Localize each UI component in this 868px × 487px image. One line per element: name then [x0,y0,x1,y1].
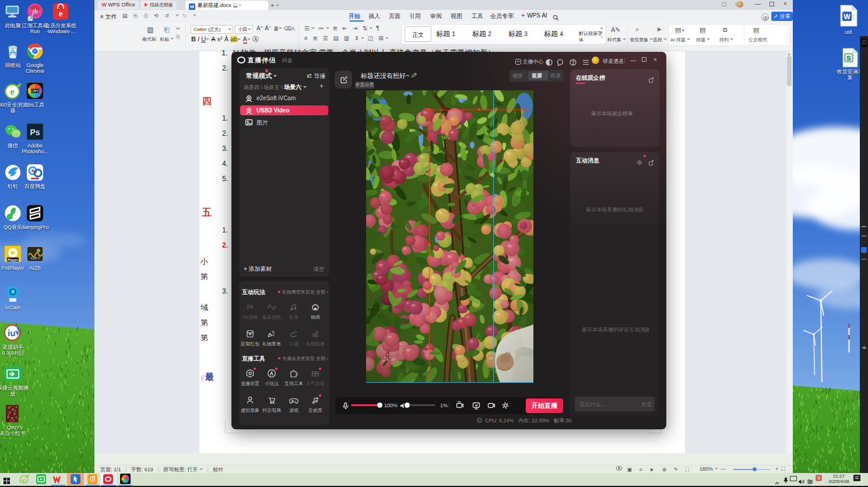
svg-text:S: S [846,55,851,62]
svg-text:iu: iu [8,328,15,338]
svg-text:jh: jh [31,8,37,16]
svg-text:Player: Player [8,258,19,262]
svg-text:OBS: OBS [31,89,39,93]
svg-text:AIZB-3: AIZB-3 [30,256,40,260]
svg-text:W: W [844,13,851,21]
svg-text:PK: PK [246,304,254,310]
svg-text:Ps: Ps [30,128,40,137]
svg-text:e: e [10,87,14,97]
svg-text:e: e [59,9,63,18]
svg-text:e: e [23,477,26,483]
